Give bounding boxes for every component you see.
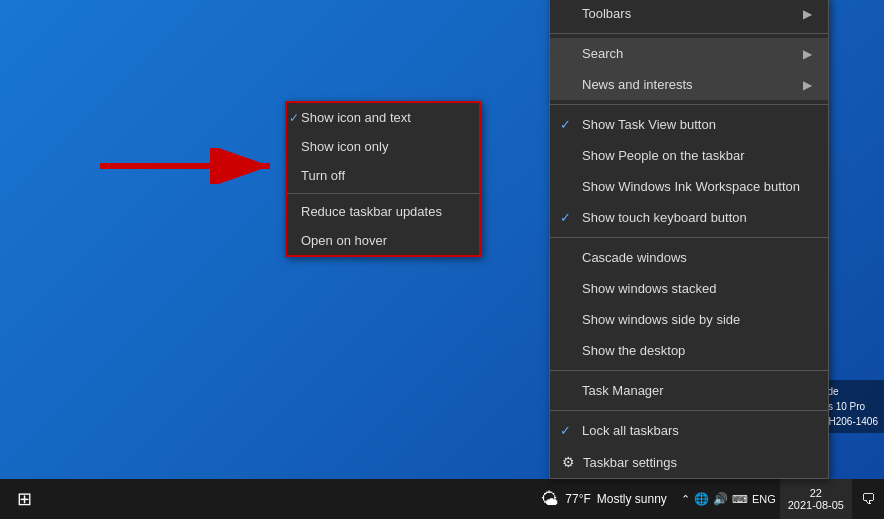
taskview-label: Show Task View button [582, 117, 716, 132]
weather-widget[interactable]: 🌤 77°F Mostly sunny [531, 489, 677, 510]
submenu-label: Open on hover [301, 233, 387, 248]
submenu-item-open-hover[interactable]: Open on hover [287, 226, 479, 255]
submenu-item-show-icon-text[interactable]: ✓ Show icon and text [287, 103, 479, 132]
clock-time: 22 [810, 487, 822, 499]
desktop-label: Show the desktop [582, 343, 685, 358]
submenu-item-show-icon-only[interactable]: Show icon only [287, 132, 479, 161]
language-label: ENG [752, 493, 776, 505]
submenu-label: Turn off [301, 168, 345, 183]
submenu-item-turn-off[interactable]: Turn off [287, 161, 479, 190]
temperature: 77°F [565, 492, 590, 506]
menu-item-taskmanager[interactable]: Task Manager [550, 375, 828, 406]
menu-separator-5 [550, 410, 828, 411]
menu-item-locktaskbars[interactable]: ✓ Lock all taskbars [550, 415, 828, 446]
gear-icon: ⚙ [562, 454, 575, 470]
chevron-up-icon[interactable]: ⌃ [681, 493, 690, 506]
taskmanager-label: Task Manager [582, 383, 664, 398]
keyboard-icon: ⌨ [732, 493, 748, 506]
menu-separator-3 [550, 237, 828, 238]
volume-icon[interactable]: 🔊 [713, 492, 728, 506]
taskbar-context-menu: Toolbars ▶ Search ▶ News and interests ▶… [549, 0, 829, 479]
clock-date: 2021-08-05 [788, 499, 844, 511]
news-label: News and interests [582, 77, 693, 92]
arrow-indicator [95, 148, 285, 184]
news-submenu: ✓ Show icon and text Show icon only Turn… [285, 101, 481, 257]
menu-item-desktop[interactable]: Show the desktop [550, 335, 828, 366]
menu-item-cascade[interactable]: Cascade windows [550, 242, 828, 273]
arrow-right-icon: ▶ [803, 78, 812, 92]
menu-item-stacked[interactable]: Show windows stacked [550, 273, 828, 304]
taskbar-left: ⊞ [0, 479, 44, 519]
sidebyside-label: Show windows side by side [582, 312, 740, 327]
taskbarsettings-label: Taskbar settings [583, 455, 677, 470]
submenu-label: Reduce taskbar updates [301, 204, 442, 219]
locktaskbars-label: Lock all taskbars [582, 423, 679, 438]
menu-item-news[interactable]: News and interests ▶ [550, 69, 828, 100]
taskbar-clock[interactable]: 22 2021-08-05 [780, 479, 852, 519]
toolbars-label: Toolbars [582, 6, 631, 21]
cascade-label: Cascade windows [582, 250, 687, 265]
taskbar-right: 🌤 77°F Mostly sunny ⌃ 🌐 🔊 ⌨ ENG 22 2021-… [531, 479, 884, 519]
arrow-right-icon: ▶ [803, 7, 812, 21]
menu-separator-4 [550, 370, 828, 371]
submenu-separator [287, 193, 479, 194]
menu-item-taskbarsettings[interactable]: ⚙ Taskbar settings [550, 446, 828, 478]
check-icon: ✓ [560, 210, 571, 225]
menu-item-taskview[interactable]: ✓ Show Task View button [550, 109, 828, 140]
menu-item-toolbars[interactable]: Toolbars ▶ [550, 0, 828, 29]
sun-icon: 🌤 [541, 489, 559, 510]
check-icon: ✓ [560, 117, 571, 132]
submenu-label: Show icon and text [301, 110, 411, 125]
stacked-label: Show windows stacked [582, 281, 716, 296]
menu-item-sidebyside[interactable]: Show windows side by side [550, 304, 828, 335]
weather-condition: Mostly sunny [597, 492, 667, 506]
search-label: Search [582, 46, 623, 61]
people-label: Show People on the taskbar [582, 148, 745, 163]
menu-item-people[interactable]: Show People on the taskbar [550, 140, 828, 171]
start-button[interactable]: ⊞ [4, 479, 44, 519]
touch-label: Show touch keyboard button [582, 210, 747, 225]
taskbar: ⊞ 🌤 77°F Mostly sunny ⌃ 🌐 🔊 ⌨ ENG 22 202… [0, 479, 884, 519]
menu-separator-2 [550, 104, 828, 105]
menu-item-search[interactable]: Search ▶ [550, 38, 828, 69]
submenu-item-reduce-updates[interactable]: Reduce taskbar updates [287, 197, 479, 226]
check-icon: ✓ [560, 423, 571, 438]
check-icon: ✓ [289, 111, 299, 125]
system-tray[interactable]: ⌃ 🌐 🔊 ⌨ ENG [677, 492, 780, 506]
menu-separator-1 [550, 33, 828, 34]
arrow-right-icon: ▶ [803, 47, 812, 61]
menu-item-ink[interactable]: Show Windows Ink Workspace button [550, 171, 828, 202]
submenu-label: Show icon only [301, 139, 388, 154]
network-icon: 🌐 [694, 492, 709, 506]
menu-item-touch[interactable]: ✓ Show touch keyboard button [550, 202, 828, 233]
ink-label: Show Windows Ink Workspace button [582, 179, 800, 194]
notification-center-button[interactable]: 🗨 [852, 479, 884, 519]
